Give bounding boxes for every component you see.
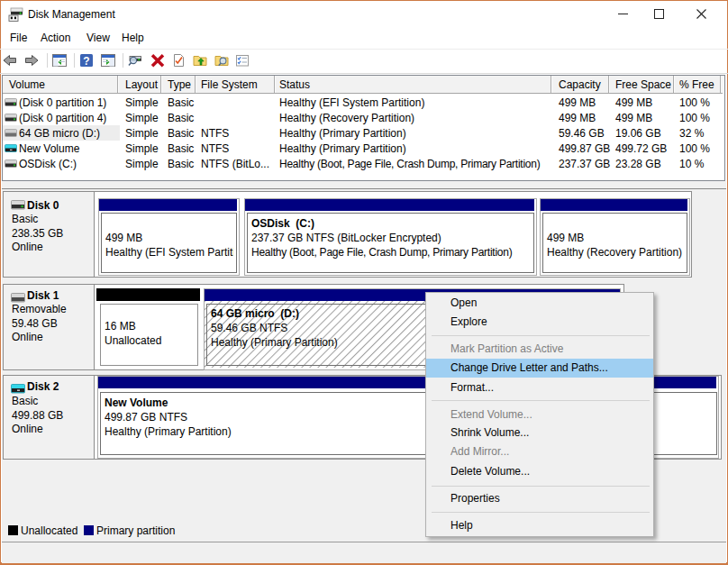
svg-text:?: ? xyxy=(83,55,89,68)
